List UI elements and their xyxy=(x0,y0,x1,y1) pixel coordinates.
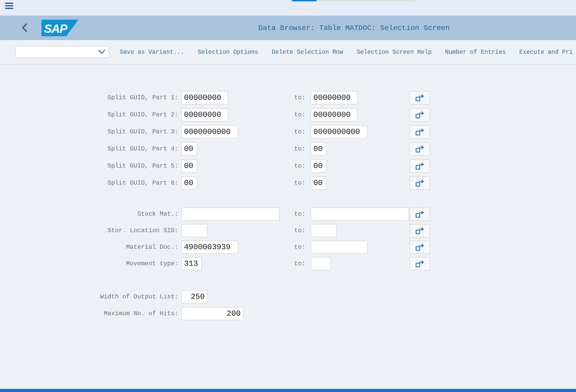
scrollbar-track[interactable] xyxy=(316,0,416,1)
to-label-split-guid-part-1: to: xyxy=(259,91,305,104)
multiple-selection-icon xyxy=(415,128,425,136)
input-stock-mat-to[interactable] xyxy=(311,208,409,221)
bottom-bar xyxy=(0,389,576,392)
multiple-selection-icon xyxy=(415,179,425,187)
input-stor-location-sid-to[interactable] xyxy=(311,224,337,237)
label-width-of-output-list: Width of Output List: xyxy=(0,290,178,303)
input-split-guid-part-6-to[interactable] xyxy=(311,177,326,190)
toolbar-button-save-as-variant[interactable]: Save as Variant... xyxy=(120,49,184,56)
multiple-selection-button-split-guid-part-6[interactable] xyxy=(410,177,430,190)
variant-combobox[interactable] xyxy=(16,46,109,58)
multiple-selection-icon xyxy=(415,260,425,268)
toolbar-items: Save as Variant...Selection OptionsDelet… xyxy=(120,40,573,64)
label-movement-type: Movement type: xyxy=(0,257,178,270)
input-width-of-output-list[interactable] xyxy=(181,290,207,303)
form-row-width-of-output-list: Width of Output List: xyxy=(0,290,576,303)
scrollbar-thumb[interactable] xyxy=(292,0,316,1)
multiple-selection-icon xyxy=(415,162,425,170)
form-row-material-doc: Material Doc.:to: xyxy=(0,241,576,254)
to-label-material-doc: to: xyxy=(259,241,305,254)
input-split-guid-part-4[interactable] xyxy=(181,142,197,155)
toolbar-button-selection-options[interactable]: Selection Options xyxy=(197,49,258,56)
multiple-selection-button-split-guid-part-2[interactable] xyxy=(410,108,430,122)
input-split-guid-part-3[interactable] xyxy=(181,125,238,138)
multiple-selection-icon xyxy=(415,145,425,153)
form-row-split-guid-part-6: Split GUID, Part 6:to: xyxy=(0,177,576,190)
menu-icon[interactable] xyxy=(5,3,13,9)
to-label-split-guid-part-6: to: xyxy=(259,177,305,190)
input-split-guid-part-4-to[interactable] xyxy=(311,142,326,155)
label-maximum-no-of-hits: Maximum No. of Hits: xyxy=(0,307,178,320)
form-row-movement-type: Movement type:to: xyxy=(0,257,576,270)
chevron-left-icon xyxy=(21,29,28,33)
chevron-down-icon[interactable] xyxy=(98,49,105,55)
to-label-split-guid-part-3: to: xyxy=(259,125,305,138)
multiple-selection-icon xyxy=(415,227,425,235)
label-stor-location-sid: Stor. Location SID: xyxy=(0,224,178,237)
form-row-split-guid-part-1: Split GUID, Part 1:to: xyxy=(0,91,576,104)
input-split-guid-part-5[interactable] xyxy=(181,160,197,172)
input-split-guid-part-2[interactable] xyxy=(181,108,228,121)
input-movement-type-to[interactable] xyxy=(311,257,331,270)
label-stock-mat: Stock Mat.: xyxy=(0,208,178,221)
to-label-split-guid-part-5: to: xyxy=(259,160,305,172)
toolbar: Save as Variant...Selection OptionsDelet… xyxy=(0,40,576,65)
header-bar: SAP Data Browser: Table MATDOC: Selectio… xyxy=(0,16,576,40)
label-split-guid-part-6: Split GUID, Part 6: xyxy=(0,177,178,190)
multiple-selection-icon xyxy=(415,243,425,252)
form-row-split-guid-part-4: Split GUID, Part 4:to: xyxy=(0,142,576,155)
top-strip xyxy=(0,0,576,16)
selection-form: Split GUID, Part 1:to:Split GUID, Part 2… xyxy=(0,65,576,389)
label-split-guid-part-4: Split GUID, Part 4: xyxy=(0,142,178,155)
form-row-split-guid-part-5: Split GUID, Part 5:to: xyxy=(0,160,576,172)
form-row-stock-mat: Stock Mat.:to: xyxy=(0,208,576,221)
label-split-guid-part-5: Split GUID, Part 5: xyxy=(0,160,178,172)
form-row-stor-location-sid: Stor. Location SID:to: xyxy=(0,224,576,237)
toolbar-button-number-of-entries[interactable]: Number of Entries xyxy=(445,49,506,56)
label-split-guid-part-2: Split GUID, Part 2: xyxy=(0,108,178,121)
toolbar-button-delete-selection-row[interactable]: Delete Selection Row xyxy=(272,49,343,56)
toolbar-button-execute-and-pri[interactable]: Execute and Pri xyxy=(519,49,573,56)
form-row-split-guid-part-2: Split GUID, Part 2:to: xyxy=(0,108,576,121)
to-label-stor-location-sid: to: xyxy=(259,224,305,237)
multiple-selection-button-stor-location-sid[interactable] xyxy=(410,224,430,237)
multiple-selection-button-movement-type[interactable] xyxy=(410,257,430,270)
to-label-movement-type: to: xyxy=(259,257,305,270)
variant-input[interactable] xyxy=(16,46,97,57)
to-label-split-guid-part-4: to: xyxy=(259,142,305,155)
multiple-selection-button-material-doc[interactable] xyxy=(410,241,430,254)
form-row-maximum-no-of-hits: Maximum No. of Hits: xyxy=(0,307,576,320)
input-maximum-no-of-hits[interactable] xyxy=(181,307,243,320)
multiple-selection-icon xyxy=(415,111,425,119)
to-label-stock-mat: to: xyxy=(259,208,305,221)
to-label-split-guid-part-2: to: xyxy=(259,108,305,121)
multiple-selection-icon xyxy=(415,210,425,218)
input-split-guid-part-3-to[interactable] xyxy=(311,125,367,138)
input-split-guid-part-1-to[interactable] xyxy=(311,91,357,104)
input-material-doc[interactable] xyxy=(181,241,238,254)
input-split-guid-part-5-to[interactable] xyxy=(311,160,326,172)
multiple-selection-button-split-guid-part-3[interactable] xyxy=(410,125,430,139)
label-material-doc: Material Doc.: xyxy=(0,241,178,254)
form-row-split-guid-part-3: Split GUID, Part 3:to: xyxy=(0,125,576,138)
back-button[interactable] xyxy=(21,23,28,33)
input-split-guid-part-6[interactable] xyxy=(181,177,197,190)
page-title: Data Browser: Table MATDOC: Selection Sc… xyxy=(258,24,449,32)
input-split-guid-part-2-to[interactable] xyxy=(311,108,357,121)
multiple-selection-button-stock-mat[interactable] xyxy=(410,208,430,221)
multiple-selection-button-split-guid-part-4[interactable] xyxy=(410,142,430,156)
sap-data-browser-window: SAP Data Browser: Table MATDOC: Selectio… xyxy=(0,0,576,392)
multiple-selection-button-split-guid-part-5[interactable] xyxy=(410,160,430,173)
multiple-selection-icon xyxy=(415,94,425,102)
sap-logo: SAP xyxy=(41,20,78,36)
input-split-guid-part-1[interactable] xyxy=(181,91,228,104)
toolbar-button-selection-screen-help[interactable]: Selection Screen Help xyxy=(357,49,432,56)
input-stor-location-sid[interactable] xyxy=(181,224,207,237)
label-split-guid-part-1: Split GUID, Part 1: xyxy=(0,91,178,104)
sap-logo-text: SAP xyxy=(44,22,67,36)
label-split-guid-part-3: Split GUID, Part 3: xyxy=(0,125,178,138)
input-movement-type[interactable] xyxy=(181,257,202,270)
input-material-doc-to[interactable] xyxy=(311,241,367,254)
multiple-selection-button-split-guid-part-1[interactable] xyxy=(410,91,430,104)
